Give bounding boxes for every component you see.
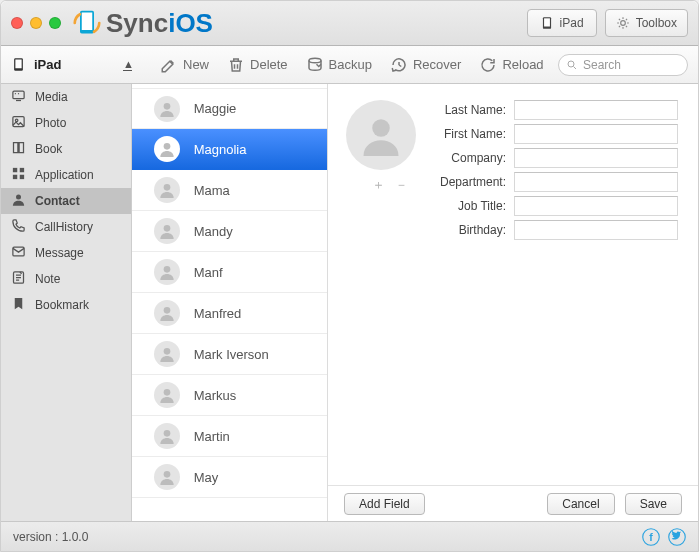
sidebar-item-note[interactable]: Note [1, 266, 131, 292]
avatar-plus-minus: ＋ － [355, 176, 425, 194]
svg-line-21 [574, 66, 577, 69]
contact-avatar-small [154, 96, 180, 122]
sidebar-item-label: Media [35, 90, 68, 104]
tablet-icon [11, 57, 26, 72]
contact-list[interactable]: MaggieMagnoliaMamaMandyManfManfredMark I… [132, 84, 328, 521]
recover-button[interactable]: Recover [390, 56, 461, 74]
contact-name: Markus [194, 388, 237, 403]
reload-button[interactable]: Reload [479, 56, 543, 74]
contact-list-item[interactable]: Mama [132, 170, 327, 211]
cancel-button[interactable]: Cancel [547, 493, 614, 515]
message-icon [11, 244, 26, 262]
svg-line-9 [619, 19, 620, 20]
field-label: Company: [434, 151, 506, 165]
svg-rect-28 [13, 168, 17, 172]
contact-list-item[interactable]: Mark Iverson [132, 334, 327, 375]
contact-avatar-small [154, 300, 180, 326]
callhistory-icon [11, 218, 26, 236]
twitter-icon[interactable] [668, 528, 686, 546]
last_name-input[interactable] [514, 100, 678, 120]
svg-point-39 [163, 266, 170, 273]
sidebar-item-callhistory[interactable]: CallHistory [1, 214, 131, 240]
backup-button[interactable]: Backup [306, 56, 372, 74]
person-icon [159, 305, 175, 321]
contact-list-item[interactable]: Mandy [132, 211, 327, 252]
device-selector-label: iPad [560, 16, 584, 30]
search-input[interactable]: Search [558, 54, 688, 76]
bookmark-icon [11, 296, 26, 314]
sidebar-item-bookmark[interactable]: Bookmark [1, 292, 131, 318]
avatar-remove-button[interactable]: － [395, 176, 408, 194]
device-selector-button[interactable]: iPad [527, 9, 597, 37]
contact-list-item[interactable]: Magnolia [132, 129, 327, 170]
svg-point-36 [163, 143, 170, 150]
svg-point-32 [16, 195, 21, 200]
person-icon [159, 101, 175, 117]
sidebar-item-message[interactable]: Message [1, 240, 131, 266]
contact-avatar[interactable] [346, 100, 416, 170]
contact-avatar-small [154, 464, 180, 490]
contact-avatar-small [154, 382, 180, 408]
brand-prefix: Sync [106, 8, 168, 39]
person-icon [159, 346, 175, 362]
close-window-button[interactable] [11, 17, 23, 29]
department-input[interactable] [514, 172, 678, 192]
new-button[interactable]: New [160, 56, 209, 74]
contact-name: Martin [194, 429, 230, 444]
save-button[interactable]: Save [625, 493, 682, 515]
birthday-input[interactable] [514, 220, 678, 240]
svg-rect-30 [13, 175, 17, 179]
person-icon [159, 264, 175, 280]
contact-list-item[interactable]: May [132, 457, 327, 498]
person-icon [159, 469, 175, 485]
facebook-icon[interactable]: f [642, 528, 660, 546]
svg-line-11 [619, 26, 620, 27]
field-label: Job Title: [434, 199, 506, 213]
svg-rect-1 [82, 13, 93, 31]
person-icon [159, 182, 175, 198]
toolbar: iPad ▲ New Delete Backup Recover Rel [1, 46, 698, 84]
field-label: Birthday: [434, 223, 506, 237]
contact-list-item[interactable]: Maggie [132, 88, 327, 129]
field-row-company: Company: [434, 148, 678, 168]
minimize-window-button[interactable] [30, 17, 42, 29]
detail-bottom-bar: Add Field Cancel Save [328, 485, 698, 521]
sidebar-item-media[interactable]: Media [1, 84, 131, 110]
sidebar-item-label: Book [35, 142, 62, 156]
contact-list-item[interactable]: Markus [132, 375, 327, 416]
contact-name: May [194, 470, 219, 485]
toolbox-button[interactable]: Toolbox [605, 9, 688, 37]
sidebar-item-application[interactable]: Application [1, 162, 131, 188]
person-icon [159, 428, 175, 444]
delete-button[interactable]: Delete [227, 56, 288, 74]
zoom-window-button[interactable] [49, 17, 61, 29]
window-controls [11, 17, 61, 29]
field-row-birthday: Birthday: [434, 220, 678, 240]
first_name-input[interactable] [514, 124, 678, 144]
brand-suffix: iOS [168, 8, 213, 39]
toolbox-label: Toolbox [636, 16, 677, 30]
svg-point-38 [163, 225, 170, 232]
company-input[interactable] [514, 148, 678, 168]
eject-icon[interactable]: ▲ [123, 58, 134, 71]
contact-list-item[interactable]: Martin [132, 416, 327, 457]
sidebar-device-header[interactable]: iPad ▲ [1, 46, 144, 83]
gear-icon [616, 16, 630, 30]
svg-point-42 [163, 389, 170, 396]
sidebar-item-photo[interactable]: Photo [1, 110, 131, 136]
contact-name: Mandy [194, 224, 233, 239]
contact-name: Magnolia [194, 142, 247, 157]
app-logo: SynciOS [73, 8, 213, 39]
sidebar-item-book[interactable]: Book [1, 136, 131, 162]
new-icon [160, 56, 178, 74]
backup-icon [306, 56, 324, 74]
note-icon [11, 270, 26, 288]
job_title-input[interactable] [514, 196, 678, 216]
contact-avatar-small [154, 259, 180, 285]
add-field-button[interactable]: Add Field [344, 493, 425, 515]
sidebar-item-contact[interactable]: Contact [1, 188, 131, 214]
avatar-add-button[interactable]: ＋ [372, 176, 385, 194]
contact-list-item[interactable]: Manf [132, 252, 327, 293]
search-icon [566, 59, 578, 71]
contact-list-item[interactable]: Manfred [132, 293, 327, 334]
